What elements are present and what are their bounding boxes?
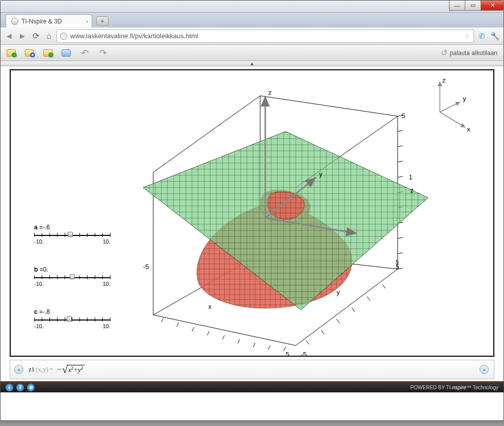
svg-line-19 (207, 331, 209, 335)
expand-handle[interactable]: ▲ (1, 61, 503, 66)
back-button[interactable]: ◄ (4, 31, 15, 42)
web-icon[interactable]: ✲ (27, 384, 35, 391)
url-text: www.laskentavaline.fi/pv/kartioleikkaus.… (70, 32, 198, 40)
svg-line-26 (321, 330, 324, 334)
x-axis-label: x (208, 303, 212, 310)
address-bar: ◄ ► ⟳ ⌂ www.laskentavaline.fi/pv/kartiol… (1, 28, 503, 45)
svg-line-30 (382, 284, 385, 288)
slider-a-value: -.6 (43, 224, 50, 231)
slider-c-value: -.8 (43, 308, 50, 315)
svg-line-18 (192, 327, 194, 331)
slider-c-max: 10. (103, 323, 110, 329)
svg-line-17 (177, 323, 179, 327)
info-icon[interactable]: i (6, 384, 13, 391)
window-controls: — ▭ ✕ (449, 1, 503, 11)
xy-min-label-2: -5 (301, 351, 307, 357)
svg-line-28 (352, 308, 355, 312)
x-min-label: -5 (143, 263, 149, 271)
plot-3d[interactable]: z y x y z 5 1 -5 5 -5 5 5 (113, 69, 469, 357)
forward-button[interactable]: ► (17, 31, 28, 42)
slider-b-min: -10. (34, 281, 44, 287)
window-titlebar: — ▭ ✕ (1, 1, 503, 13)
svg-line-8 (398, 161, 403, 162)
slider-a-max: 10. (103, 238, 110, 245)
next-function-button[interactable]: » (480, 365, 489, 374)
slider-a[interactable]: a =-.6 -10.10. (34, 224, 110, 245)
minimize-button[interactable]: — (449, 1, 465, 11)
skype-ext-icon[interactable]: ✆ (476, 31, 487, 42)
xy-min-label: 5 (286, 351, 289, 357)
svg-line-22 (253, 343, 255, 347)
site-icon (60, 33, 67, 40)
close-button[interactable]: ✕ (481, 1, 504, 11)
undo-button[interactable]: ↶ (79, 47, 90, 59)
svg-line-25 (306, 340, 309, 344)
save-button[interactable]: ● (24, 47, 35, 59)
redo-button[interactable]: ↷ (97, 47, 108, 59)
slider-b-max: 10. (103, 281, 110, 287)
z-axis-label: z (268, 89, 272, 96)
tab-title: TI-Nspire & 3D (21, 18, 62, 25)
brand-credit: POWERED BY TI-nspire™ Technology (410, 385, 498, 390)
reset-label: palauta alkutilaan (450, 49, 497, 57)
tab-close-icon[interactable]: × (86, 18, 89, 24)
prev-function-button[interactable]: « (14, 365, 23, 374)
slider-c-name: c (34, 308, 38, 315)
import-button[interactable]: ↓ (6, 47, 17, 59)
z-tick-label: 1 (409, 173, 412, 181)
tab-active[interactable]: TI-Nspire & 3D × (6, 14, 92, 28)
app-toolbar: ↓ ● ↑ ↶ ↷ ↺ palauta alkutilaan (1, 45, 503, 61)
reset-icon: ↺ (441, 48, 447, 58)
help-icon[interactable]: ? (16, 384, 24, 391)
svg-marker-31 (143, 131, 428, 310)
z-axis-label-2: z (410, 187, 414, 194)
slider-a-thumb[interactable] (68, 232, 73, 237)
slider-c[interactable]: c =-.8 -10.10. (34, 308, 110, 329)
content-area: a =-.6 -10.10. b =0. -10.10. (1, 66, 503, 381)
sqrt-icon: √ x2+y2 (62, 364, 85, 376)
y-axis-label-2: y (337, 288, 340, 296)
tab-bar: TI-Nspire & 3D × + (1, 13, 503, 28)
wrench-icon[interactable]: 🔧 (489, 31, 500, 42)
slider-c-thumb[interactable] (67, 316, 72, 322)
url-field[interactable]: www.laskentavaline.fi/pv/kartioleikkaus.… (57, 30, 474, 43)
svg-line-23 (268, 345, 270, 350)
slider-a-min: -10. (34, 238, 44, 245)
svg-line-20 (222, 335, 225, 339)
export-button[interactable]: ↑ (42, 47, 53, 59)
svg-line-7 (398, 146, 403, 147)
y-axis-label: y (319, 170, 323, 178)
formula-args: (x,y) (36, 365, 48, 374)
browser-window: — ▭ ✕ TI-Nspire & 3D × + ◄ ► ⟳ ⌂ www.las… (0, 0, 504, 421)
home-button[interactable]: ⌂ (43, 31, 54, 42)
formula-eq: = (49, 365, 53, 374)
reset-button[interactable]: ↺ palauta alkutilaan (441, 48, 497, 58)
slider-b-value: 0. (43, 266, 48, 273)
app-footer: i ? ✲ POWERED BY TI-nspire™ Technology (1, 381, 503, 392)
formula-display[interactable]: z1 (x,y) = − √ x2+y2 (29, 364, 85, 376)
bookmark-star-icon[interactable]: ☆ (464, 32, 470, 41)
formula-neg: − (58, 365, 61, 374)
slider-panel: a =-.6 -10.10. b =0. -10.10. (34, 224, 110, 351)
svg-line-16 (161, 318, 163, 322)
maximize-button[interactable]: ▭ (465, 1, 481, 11)
svg-line-6 (398, 130, 403, 131)
slider-c-min: -10. (34, 323, 44, 329)
svg-line-29 (367, 297, 370, 301)
slider-a-name: a (34, 224, 38, 231)
y-max-label-2: 5 (396, 259, 399, 265)
z-max-label: 5 (402, 112, 405, 120)
formula-bar: « z1 (x,y) = − √ x2+y2 » (10, 360, 494, 379)
slider-b[interactable]: b =0. -10.10. (34, 266, 110, 287)
svg-line-9 (398, 176, 403, 177)
globe-icon (11, 18, 18, 25)
new-tab-button[interactable]: + (96, 16, 108, 25)
formula-name: z1 (29, 365, 35, 374)
slider-b-thumb[interactable] (70, 274, 75, 279)
reload-button[interactable]: ⟳ (30, 31, 41, 42)
plot-canvas[interactable]: a =-.6 -10.10. b =0. -10.10. (10, 69, 494, 357)
svg-line-14 (398, 253, 403, 254)
print-button[interactable] (61, 47, 72, 59)
svg-line-21 (238, 339, 240, 343)
plane-surface (143, 131, 428, 310)
